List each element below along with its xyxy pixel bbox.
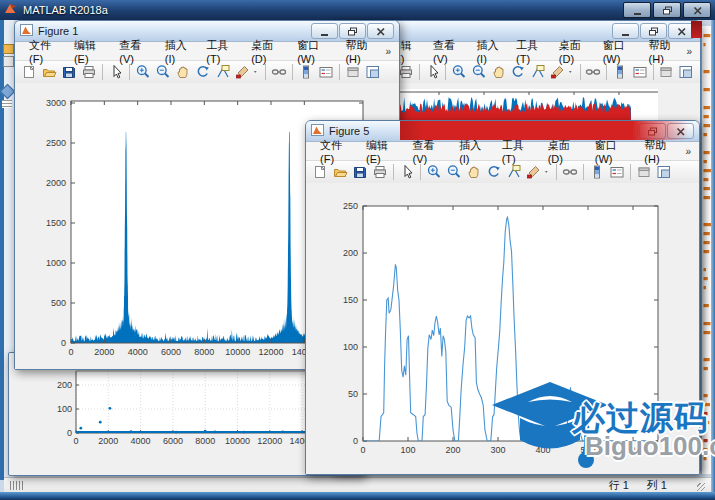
caret-button[interactable] xyxy=(253,63,262,81)
data-cursor-button[interactable] xyxy=(504,163,524,181)
minimize-button[interactable] xyxy=(623,2,651,18)
brush-button[interactable] xyxy=(548,63,568,81)
legend-button[interactable] xyxy=(316,63,336,81)
toolbar-separator xyxy=(339,64,340,80)
brush-button[interactable] xyxy=(524,163,544,181)
pan-button[interactable] xyxy=(489,63,509,81)
figure-window-5[interactable]: Figure 5 文件(F)编辑(E)查看(V)插入(I)工具(T)桌面(D)窗… xyxy=(305,120,700,475)
menu-item[interactable]: 查看(V) xyxy=(427,38,470,65)
menu-item[interactable]: 编辑(E) xyxy=(68,38,113,65)
resize-grip[interactable] xyxy=(697,483,705,491)
menu-item[interactable]: 文件(F) xyxy=(23,38,68,65)
menu-item[interactable]: 桌面(D) xyxy=(553,38,597,65)
menu-item[interactable]: 查看(V) xyxy=(407,138,454,165)
brush-button[interactable] xyxy=(233,63,253,81)
window-right-border xyxy=(711,20,715,492)
menu-overflow-arrow[interactable]: » xyxy=(385,46,391,57)
menu-item[interactable]: 工具(T) xyxy=(496,138,542,165)
menu-item[interactable]: 帮助(H) xyxy=(643,38,687,65)
menu-overflow-arrow[interactable]: » xyxy=(685,146,691,157)
menu-item[interactable]: 编辑(E) xyxy=(360,138,407,165)
dock-figure-button[interactable] xyxy=(363,63,383,81)
colorbar-button[interactable] xyxy=(296,63,316,81)
open-folder-button[interactable] xyxy=(39,63,59,81)
pointer-button[interactable] xyxy=(423,63,443,81)
menu-overflow-arrow[interactable]: » xyxy=(686,46,692,57)
svg-text:0: 0 xyxy=(360,445,365,455)
colorbar-button[interactable] xyxy=(587,163,607,181)
data-cursor-button[interactable] xyxy=(528,63,548,81)
menu-item[interactable]: 文件(F) xyxy=(314,138,360,165)
close-button[interactable] xyxy=(683,2,711,18)
svg-text:1500: 1500 xyxy=(46,218,66,228)
zoom-out-icon xyxy=(446,164,462,180)
zoom-in-button[interactable] xyxy=(449,63,469,81)
print-button[interactable] xyxy=(79,63,99,81)
open-folder-button[interactable] xyxy=(330,163,350,181)
svg-text:0: 0 xyxy=(61,338,66,348)
new-file-button[interactable] xyxy=(310,163,330,181)
rotate-3d-icon xyxy=(486,164,502,180)
link-plot-button[interactable] xyxy=(269,63,289,81)
menu-item[interactable]: 窗口(W) xyxy=(597,38,643,65)
pointer-button[interactable] xyxy=(106,63,126,81)
data-cursor-button[interactable] xyxy=(213,63,233,81)
caret-icon xyxy=(544,164,553,180)
menu-item[interactable]: 桌面(D) xyxy=(542,138,589,165)
zoom-out-button[interactable] xyxy=(469,63,489,81)
workspace-icon[interactable] xyxy=(0,84,15,100)
menu-item[interactable]: 查看(V) xyxy=(113,38,158,65)
zoom-out-button[interactable] xyxy=(153,63,173,81)
pan-button[interactable] xyxy=(173,63,193,81)
colorbar-button[interactable] xyxy=(610,63,630,81)
svg-text:6000: 6000 xyxy=(163,436,183,446)
colorbar-icon xyxy=(589,164,605,180)
pulse-plot: 0100200300400500600050100150200250 xyxy=(306,183,699,474)
zoom-in-button[interactable] xyxy=(133,63,153,81)
legend-button[interactable] xyxy=(630,63,650,81)
main-window-buttons xyxy=(623,2,711,18)
file-icon[interactable] xyxy=(3,56,14,67)
rotate-3d-button[interactable] xyxy=(484,163,504,181)
hide-plot-tools-button[interactable] xyxy=(343,63,363,81)
menu-item[interactable]: 插入(I) xyxy=(159,38,201,65)
rotate-3d-button[interactable] xyxy=(193,63,213,81)
link-plot-button[interactable] xyxy=(584,63,604,81)
new-file-button[interactable] xyxy=(19,63,39,81)
hide-plot-tools-button[interactable] xyxy=(634,163,654,181)
data-cursor-icon xyxy=(506,164,522,180)
menu-item[interactable]: 插入(I) xyxy=(453,138,496,165)
menu-item[interactable]: 帮助(H) xyxy=(638,138,685,165)
dock-figure-button[interactable] xyxy=(676,63,696,81)
dock-figure-button[interactable] xyxy=(654,163,674,181)
hide-plot-tools-icon xyxy=(345,64,361,80)
menu-item[interactable]: 工具(T) xyxy=(510,38,553,65)
legend-button[interactable] xyxy=(607,163,627,181)
menu-item[interactable]: 插入(I) xyxy=(470,38,510,65)
menu-item[interactable]: 帮助(H) xyxy=(339,38,385,65)
pointer-button[interactable] xyxy=(397,163,417,181)
zoom-in-button[interactable] xyxy=(424,163,444,181)
menu-item[interactable]: 窗口(W) xyxy=(291,38,339,65)
save-button[interactable] xyxy=(350,163,370,181)
rotate-3d-button[interactable] xyxy=(508,63,528,81)
restore-button[interactable] xyxy=(653,2,681,18)
hide-plot-tools-button[interactable] xyxy=(657,63,677,81)
svg-text:1000: 1000 xyxy=(46,258,66,268)
menu-item[interactable]: 桌面(D) xyxy=(245,38,291,65)
list-icon[interactable] xyxy=(2,100,12,108)
link-plot-button[interactable] xyxy=(560,163,580,181)
folder-icon[interactable] xyxy=(3,44,14,54)
caret-button[interactable] xyxy=(568,63,577,81)
save-button[interactable] xyxy=(59,63,79,81)
svg-text:0: 0 xyxy=(73,436,78,446)
svg-text:2000: 2000 xyxy=(46,178,66,188)
caret-button[interactable] xyxy=(544,163,553,181)
menu-item[interactable]: 窗口(W) xyxy=(589,138,638,165)
pan-button[interactable] xyxy=(464,163,484,181)
print-button[interactable] xyxy=(370,163,390,181)
statusbar-grip[interactable] xyxy=(10,481,24,490)
menu-item[interactable]: 工具(T) xyxy=(200,38,245,65)
zoom-out-button[interactable] xyxy=(444,163,464,181)
svg-text:12000: 12000 xyxy=(258,347,283,357)
